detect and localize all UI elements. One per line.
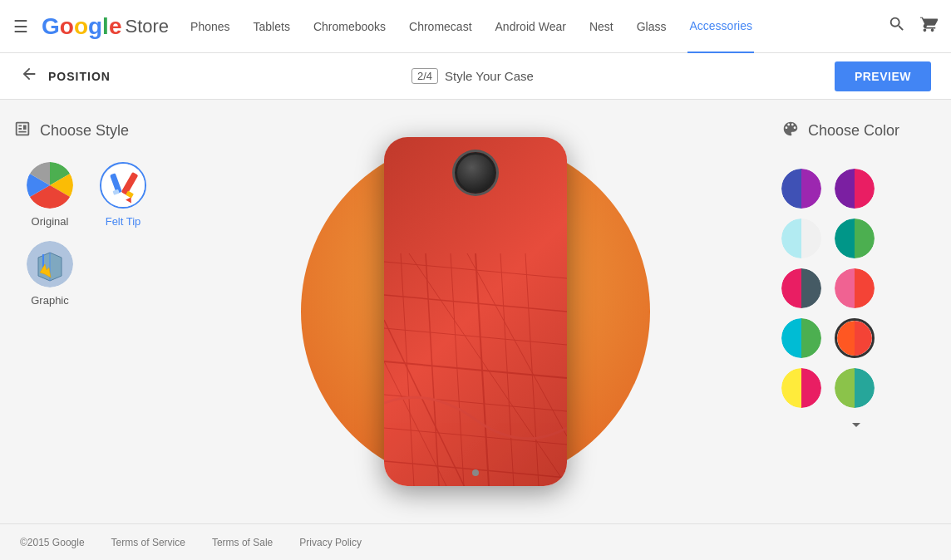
nav-glass[interactable]: Glass [635,0,668,53]
nav-tablets[interactable]: Tablets [252,0,292,53]
style-row-1: Original [27,162,146,228]
color-panel: Choose Color [768,100,951,523]
style-panel: Choose Style Ori [0,100,183,523]
nav-chromecast[interactable]: Chromecast [407,0,473,53]
step-indicator: 2/4 Style Your Case [411,68,534,84]
nav-android-wear[interactable]: Android Wear [494,0,568,53]
felt-tip-circle [100,162,146,209]
felt-tip-label: Felt Tip [106,215,141,228]
back-button[interactable] [20,65,38,87]
position-label: POSITION [48,70,111,83]
color-teal-green[interactable] [835,219,875,258]
footer: ©2015 Google Terms of Service Terms of S… [0,523,951,560]
phone-camera [455,152,496,194]
phone-image [384,137,567,486]
phone-preview-area [183,100,768,523]
step-badge: 2/4 [411,68,438,84]
color-row-1 [781,169,875,209]
color-pink-red[interactable] [835,268,875,308]
step-title: Style Your Case [445,69,534,83]
original-label: Original [32,215,69,228]
color-panel-icon [781,120,800,142]
google-logo: Google Store [42,13,169,40]
color-teal-white[interactable] [781,219,821,258]
color-blue-purple[interactable] [781,169,821,209]
style-panel-header: Choose Style [13,120,129,142]
main-content: Choose Style Ori [0,100,951,523]
style-panel-title: Choose Style [40,122,129,140]
color-green-teal[interactable] [835,368,875,408]
graphic-circle [27,241,73,287]
color-panel-header: Choose Color [781,120,899,142]
color-pink-teal[interactable] [781,268,821,308]
graphic-label: Graphic [31,294,69,307]
search-icon[interactable] [888,15,906,38]
cart-icon[interactable] [919,15,938,38]
svg-line-25 [384,361,476,486]
color-teal-orange[interactable] [781,318,821,358]
style-panel-icon [13,120,32,142]
nav-chromebooks[interactable]: Chromebooks [312,0,387,53]
phone-home-button [472,469,479,476]
nav-accessories[interactable]: Accessories [687,0,753,53]
color-row-3 [781,268,875,308]
svg-line-24 [467,253,567,436]
svg-line-20 [500,253,517,486]
sub-header: POSITION 2/4 Style Your Case PREVIEW [0,53,951,100]
color-row-5 [781,368,875,408]
svg-line-10 [384,328,567,345]
color-row-2 [781,219,875,258]
main-nav: Phones Tablets Chromebooks Chromecast An… [189,0,888,53]
style-item-original[interactable]: Original [27,162,73,228]
menu-icon[interactable]: ☰ [13,17,28,37]
style-item-graphic[interactable]: Graphic [27,241,73,307]
color-grid [781,169,875,408]
preview-button[interactable]: PREVIEW [835,61,931,91]
nav-nest[interactable]: Nest [588,0,615,53]
privacy-policy-link[interactable]: Privacy Policy [299,537,362,548]
terms-of-sale-link[interactable]: Terms of Sale [212,537,273,548]
header-icons [888,15,938,38]
nav-phones[interactable]: Phones [189,0,231,53]
store-label: Store [125,16,169,37]
style-item-felt-tip[interactable]: Felt Tip [100,162,146,228]
color-violet-pink[interactable] [835,169,875,209]
style-grid: Original [13,162,146,307]
header: ☰ Google Store Phones Tablets Chromebook… [0,0,951,53]
style-row-2: Graphic [27,241,73,307]
color-yellow-pink[interactable] [781,368,821,408]
svg-line-18 [451,253,467,486]
color-row-4 [781,318,875,358]
svg-line-16 [401,253,417,486]
svg-line-21 [525,253,542,486]
copyright: ©2015 Google [20,537,85,548]
svg-line-9 [384,295,567,312]
terms-of-service-link[interactable]: Terms of Service [111,537,185,548]
svg-line-17 [426,253,442,486]
color-orange-red[interactable] [835,318,875,358]
original-circle [27,162,73,209]
color-panel-title: Choose Color [808,122,899,140]
svg-point-1 [101,164,146,209]
chevron-down-button[interactable] [781,415,931,439]
